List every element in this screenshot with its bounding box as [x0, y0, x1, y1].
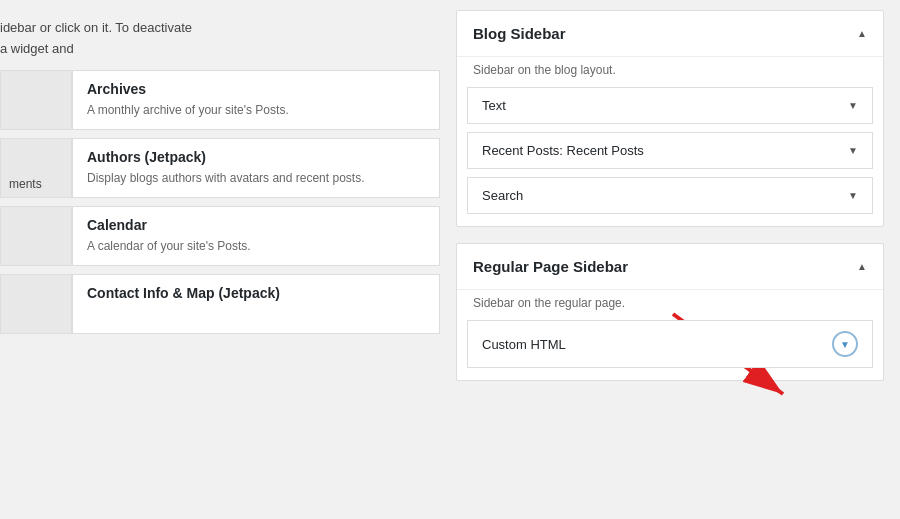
regular-sidebar-title: Regular Page Sidebar: [473, 258, 628, 275]
widget-title-archives: Archives: [87, 81, 425, 97]
regular-sidebar-header: Regular Page Sidebar ▲: [457, 244, 883, 290]
chevron-down-icon: ▼: [848, 190, 858, 201]
blog-sidebar-subtitle: Sidebar on the blog layout.: [457, 57, 883, 87]
handle-label: ments: [9, 177, 42, 191]
intro-text: idebar or click on it. To deactivate a w…: [0, 0, 200, 70]
widget-handle-archives[interactable]: [0, 70, 72, 130]
widget-item-search-label: Search: [482, 188, 523, 203]
widget-item-recent-posts-label: Recent Posts: Recent Posts: [482, 143, 644, 158]
right-panel: Blog Sidebar ▲ Sidebar on the blog layou…: [440, 0, 900, 519]
widget-title-authors: Authors (Jetpack): [87, 149, 425, 165]
widget-row: Contact Info & Map (Jetpack): [0, 274, 440, 334]
widget-item-search[interactable]: Search ▼: [467, 177, 873, 214]
blog-sidebar-title: Blog Sidebar: [473, 25, 566, 42]
blog-sidebar-section: Blog Sidebar ▲ Sidebar on the blog layou…: [456, 10, 884, 227]
widget-item-custom-html[interactable]: Custom HTML ▼: [467, 320, 873, 368]
widget-item-text-label: Text: [482, 98, 506, 113]
widget-item-recent-posts[interactable]: Recent Posts: Recent Posts ▼: [467, 132, 873, 169]
chevron-down-icon: ▼: [848, 145, 858, 156]
widget-row: Calendar A calendar of your site's Posts…: [0, 206, 440, 266]
widget-handle-contact[interactable]: [0, 274, 72, 334]
widget-item-custom-html-label: Custom HTML: [482, 337, 566, 352]
widget-handle-authors[interactable]: ments: [0, 138, 72, 198]
widget-content-archives: Archives A monthly archive of your site'…: [72, 70, 440, 130]
widget-row: Archives A monthly archive of your site'…: [0, 70, 440, 130]
widget-title-contact: Contact Info & Map (Jetpack): [87, 285, 425, 301]
widget-desc-calendar: A calendar of your site's Posts.: [87, 237, 425, 255]
widget-desc-authors: Display blogs authors with avatars and r…: [87, 169, 425, 187]
blog-sidebar-header: Blog Sidebar ▲: [457, 11, 883, 57]
widget-content-calendar: Calendar A calendar of your site's Posts…: [72, 206, 440, 266]
widget-handle-calendar[interactable]: [0, 206, 72, 266]
widget-content-contact: Contact Info & Map (Jetpack): [72, 274, 440, 334]
collapse-regular-sidebar-button[interactable]: ▲: [857, 261, 867, 272]
chevron-down-icon: ▼: [832, 331, 858, 357]
regular-sidebar-subtitle: Sidebar on the regular page.: [457, 290, 883, 320]
chevron-down-icon: ▼: [848, 100, 858, 111]
widget-row: ments Authors (Jetpack) Display blogs au…: [0, 138, 440, 198]
widget-item-text[interactable]: Text ▼: [467, 87, 873, 124]
widget-list: Archives A monthly archive of your site'…: [0, 70, 440, 342]
collapse-blog-sidebar-button[interactable]: ▲: [857, 28, 867, 39]
regular-sidebar-section: Regular Page Sidebar ▲ Sidebar on the re…: [456, 243, 884, 381]
widget-desc-archives: A monthly archive of your site's Posts.: [87, 101, 425, 119]
left-panel: idebar or click on it. To deactivate a w…: [0, 0, 440, 519]
widget-content-authors: Authors (Jetpack) Display blogs authors …: [72, 138, 440, 198]
widget-title-calendar: Calendar: [87, 217, 425, 233]
